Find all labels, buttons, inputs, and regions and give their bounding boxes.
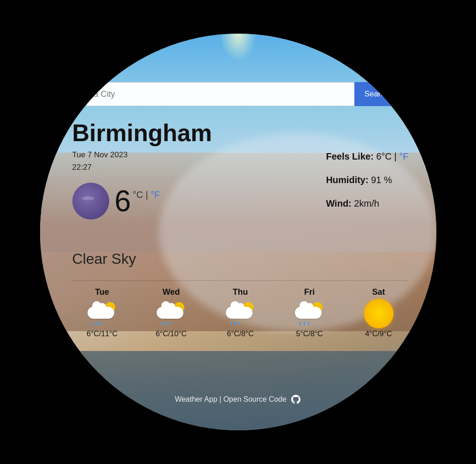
forecast-thu: Thu 6°C/8°C <box>206 287 275 338</box>
rain-drop <box>161 321 163 325</box>
rain-drop <box>300 321 301 325</box>
forecast-sat: Sat 4°C/9°C <box>344 287 413 338</box>
rain-cloud-icon <box>157 302 186 325</box>
footer-label: Weather App | Open Source Code <box>175 395 286 404</box>
forecast-tue-temp: 6°C/11°C <box>87 330 118 338</box>
forecast-sat-label: Sat <box>372 287 385 297</box>
rain-drop <box>96 321 98 325</box>
forecast-wed: Wed 6°C/10°C <box>137 287 206 338</box>
rain-drop <box>304 321 305 325</box>
forecast-fri-icon <box>294 301 326 326</box>
rain-drop <box>235 321 236 325</box>
rain-drop <box>100 321 102 325</box>
time: 22:27 <box>72 163 92 172</box>
humidity-label: Humidity: <box>326 175 368 185</box>
github-icon <box>290 394 301 405</box>
cloud-body <box>295 307 322 319</box>
forecast-wed-label: Wed <box>163 287 180 297</box>
forecast-fri: Fri 5°C/8°C <box>275 287 344 338</box>
forecast-wed-icon <box>155 301 188 326</box>
search-input[interactable] <box>86 82 354 106</box>
rain-cloud-icon <box>295 302 324 325</box>
footer: Weather App | Open Source Code <box>40 394 436 405</box>
rain-cloud-icon <box>88 302 117 325</box>
divider <box>72 280 409 281</box>
feels-sep: | <box>394 151 400 161</box>
feels-like-value: 6°C <box>376 151 392 161</box>
bottom-bg <box>40 351 436 430</box>
forecast: Tue 6°C/11°C Wed <box>68 287 413 338</box>
rain-drops <box>161 321 171 325</box>
rain-drop <box>239 321 240 325</box>
search-button[interactable]: Search <box>354 82 400 106</box>
forecast-fri-temp: 5°C/8°C <box>296 330 323 338</box>
city-name: Birmingham <box>72 119 409 147</box>
fahrenheit-link[interactable]: °F <box>151 190 160 200</box>
forecast-thu-label: Thu <box>233 287 248 297</box>
weather-icon-area: 6 °C | °F <box>72 183 160 220</box>
date: Tue 7 Nov 2023 <box>72 150 128 159</box>
rain-drop <box>230 321 232 325</box>
rain-drop <box>165 321 167 325</box>
cloud-body <box>226 307 253 319</box>
rain-drop <box>92 321 94 325</box>
forecast-tue: Tue 6°C/11°C <box>68 287 137 338</box>
forecast-wed-temp: 6°C/10°C <box>156 330 187 338</box>
feels-fahrenheit-link[interactable]: °F <box>399 151 408 161</box>
weather-stats: Feels Like: 6°C | °F Humidity: 91 % Wind… <box>326 151 408 222</box>
humidity-row: Humidity: 91 % <box>326 175 408 185</box>
feels-like-label: Feels Like: <box>326 151 373 161</box>
rain-cloud-icon <box>226 302 255 325</box>
humidity-value: 91 % <box>371 175 392 185</box>
forecast-sat-icon <box>363 301 395 326</box>
rain-drop <box>170 321 171 325</box>
forecast-fri-label: Fri <box>304 287 315 297</box>
search-bar: Search <box>86 82 400 106</box>
forecast-thu-temp: 6°C/8°C <box>227 330 253 338</box>
temperature-display: 6 °C | °F <box>115 184 160 218</box>
wind-label: Wind: <box>326 198 351 208</box>
temp-value: 6 <box>115 184 131 218</box>
sun-glow <box>220 34 257 61</box>
forecast-thu-icon <box>224 301 257 326</box>
rain-drops <box>92 321 102 325</box>
temp-units: °C | °F <box>133 190 160 200</box>
forecast-tue-label: Tue <box>95 287 109 297</box>
cloud-body <box>157 307 183 319</box>
celsius-unit: °C <box>133 190 143 200</box>
app-container: Search Birmingham Tue 7 Nov 2023 22:27 6… <box>40 34 436 430</box>
sun-icon <box>364 299 394 328</box>
forecast-sat-temp: 4°C/9°C <box>365 330 392 338</box>
cloud-body <box>88 307 114 319</box>
unit-separator: | <box>146 190 151 200</box>
rain-drops <box>300 321 309 325</box>
wind-row: Wind: 2km/h <box>326 198 408 209</box>
feels-like-row: Feels Like: 6°C | °F <box>326 151 408 162</box>
moon-icon <box>72 183 109 220</box>
rain-drop <box>308 321 309 325</box>
forecast-tue-icon <box>86 301 118 326</box>
condition-text: Clear Sky <box>72 250 136 268</box>
wind-value: 2km/h <box>354 198 379 208</box>
rain-drops <box>230 321 240 325</box>
